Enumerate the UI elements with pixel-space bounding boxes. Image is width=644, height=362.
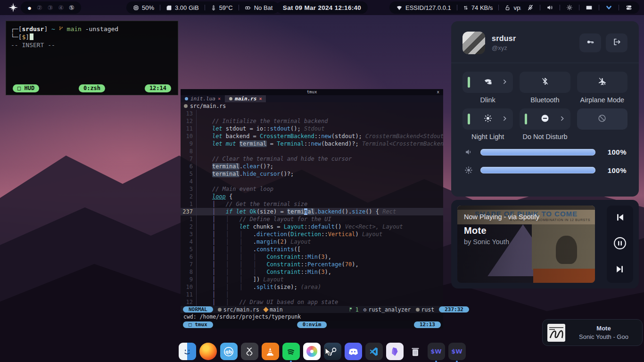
toggle-airplane-mode[interactable] (577, 72, 627, 93)
memory-stat[interactable]: 3.00 GiB (166, 4, 199, 11)
code-line[interactable]: 13 (181, 110, 443, 117)
tab-init.lua[interactable]: init.lua× (181, 95, 225, 102)
speaker-icon[interactable] (546, 4, 553, 11)
dock-item-discord[interactable] (345, 343, 362, 360)
tmux-window-pill[interactable]: 0:nvim (297, 321, 327, 328)
dock-item-vscode[interactable] (365, 343, 383, 360)
chevron-right-icon[interactable] (502, 115, 508, 123)
dock-item-firefox[interactable] (199, 343, 217, 360)
workspace-1[interactable]: ● (27, 4, 32, 12)
editor-window[interactable]: tmux x init.lua×main.rs× src/main.rs 131… (181, 89, 443, 329)
pause-button[interactable] (613, 236, 627, 252)
next-track-button[interactable] (615, 264, 625, 276)
line-number: 12 (181, 117, 197, 125)
mail-icon[interactable] (586, 4, 593, 11)
workspace-4[interactable]: ④ (58, 4, 64, 11)
code-area[interactable]: 1312 // Initialize the terminal backend1… (181, 110, 443, 306)
workspace-5[interactable]: ⑤ (69, 4, 74, 11)
code-line[interactable]: 7 │ │ │ │ Constraint::Percentage(70), (181, 261, 443, 268)
code-line[interactable]: 8 │ │ │ │ Constraint::Min(3), (181, 268, 443, 276)
code-line[interactable]: 10 │ │ │ .split(size); (area) (181, 283, 443, 291)
avatar[interactable] (462, 32, 485, 54)
code-line[interactable]: 5 terminal.hide_cursor()?; (181, 170, 443, 178)
dock-item-media-app[interactable] (241, 343, 258, 360)
line-number: 7 (181, 155, 197, 163)
dock-item-obsidian[interactable] (386, 343, 404, 360)
notification-popup[interactable]: Mote Sonic Youth - Goo (542, 319, 643, 346)
tmux-session-pill[interactable]: □ HUD (13, 84, 39, 92)
dock-item-spotify[interactable] (282, 343, 300, 360)
tmux-window-pill[interactable]: 0:zsh (79, 84, 105, 92)
toggle-extra[interactable] (577, 108, 627, 130)
tmux-session-pill[interactable]: □ tmux (183, 321, 213, 328)
tab-main.rs[interactable]: main.rs× (225, 95, 266, 102)
dock-item-vlc[interactable] (262, 343, 279, 360)
terminal-window[interactable]: ┌─[srdusr] ~ main -unstaged └─[$] -- INS… (6, 21, 178, 95)
code-line[interactable]: 9 │ │ │ ]) Layout (181, 276, 443, 283)
gear-icon[interactable] (566, 4, 573, 11)
workspace-3[interactable]: ③ (48, 4, 53, 11)
code-line[interactable]: 3 // Main event loop (181, 185, 443, 193)
toggle-night-light[interactable] (462, 108, 513, 130)
dock-item-trash[interactable] (407, 343, 424, 360)
previous-track-button[interactable] (615, 212, 625, 224)
streetwriters-1-icon: $W (428, 343, 445, 360)
code-line[interactable]: 8 (181, 148, 443, 155)
line-number: 5 (181, 246, 197, 253)
tab-close-icon[interactable]: × (218, 96, 221, 101)
tab-close-icon[interactable]: × (259, 96, 262, 101)
lock-open-icon (504, 5, 511, 11)
code-line[interactable]: 9 let mut terminal = Terminal::new(backe… (181, 140, 443, 148)
code-line[interactable]: 11 let stdout = io::stdout(); Stdout (181, 125, 443, 132)
chevron-right-icon[interactable] (559, 115, 565, 123)
window-close-button[interactable]: x (437, 89, 439, 95)
essid-value: ESSID/127.0.0.1 (405, 4, 451, 11)
toggle-do-not-disturb[interactable] (520, 108, 570, 130)
toggle-dlink[interactable] (462, 72, 513, 93)
window-titlebar[interactable]: tmux x (181, 89, 443, 95)
code-line[interactable]: 6 │ │ │ │ Constraint::Min(3), (181, 253, 443, 261)
code-line[interactable]: 3 │ │ │ .direction(Direction::Vertical) … (181, 230, 443, 238)
battery-stat[interactable]: No Bat (245, 4, 273, 11)
netspeed-stat[interactable]: 74 KB/s (463, 4, 493, 11)
code-line[interactable]: 2 loop { (181, 193, 443, 200)
chevron-down-icon[interactable] (605, 4, 612, 11)
layout-toggles-icon[interactable] (625, 4, 633, 11)
wifi-stat[interactable]: ESSID/127.0.0.1 (396, 4, 451, 11)
chevron-right-icon[interactable] (502, 78, 508, 87)
code-line[interactable]: 12 // Initialize the terminal backend (181, 117, 443, 125)
dock-item-photos[interactable] (303, 343, 321, 360)
line-number: 12 (181, 298, 197, 306)
wifi-lock-icon (483, 77, 493, 88)
code-line[interactable]: 6 terminal.clear()?; (181, 163, 443, 170)
code-line[interactable]: 2 │ │ let chunks = Layout::default() Vec… (181, 223, 443, 230)
code-line[interactable]: 4 │ │ │ .margin(2) Layout (181, 238, 443, 246)
code-line[interactable]: 4 (181, 178, 443, 185)
vi-mode-indicator: -- INSERT -- (11, 41, 173, 49)
code-line[interactable]: 7 // Clear the terminal and hide the cur… (181, 155, 443, 163)
code-line[interactable]: 1 │ // Get the terminal size (181, 200, 443, 208)
microphone-muted-icon[interactable] (527, 4, 534, 11)
cpu-stat[interactable]: 50% (133, 4, 154, 11)
dock-item-streetwriters-2[interactable]: $W (448, 343, 466, 360)
volume-slider[interactable] (480, 149, 595, 156)
window-title: tmux (307, 90, 317, 94)
dock-item-qbittorrent[interactable]: qb (220, 343, 238, 360)
clock[interactable]: Sat 09 Mar 2024 12:16:40 (276, 1, 368, 14)
logout-button[interactable] (606, 33, 627, 52)
brightness-slider[interactable] (480, 167, 595, 173)
code-line[interactable]: 11 │ │ (181, 291, 443, 298)
code-line[interactable]: 1 │ │ // Define layout for the UI (181, 215, 443, 223)
album-art[interactable]: SHAPE OF PUNK TO COME A CHIMERICAL BOMBI… (457, 206, 595, 283)
code-line[interactable]: 10 let backend = CrosstermBackend::new(s… (181, 132, 443, 140)
workspace-2[interactable]: ② (37, 4, 42, 11)
toggle-bluetooth[interactable] (520, 72, 570, 93)
dock-item-file-manager[interactable] (179, 343, 196, 360)
distro-logo-icon[interactable] (8, 2, 18, 14)
temperature-stat[interactable]: 59°C (211, 4, 233, 11)
code-line[interactable]: 237 │ if let Ok(size) = terminal.backend… (181, 208, 443, 215)
dock-item-streetwriters-1[interactable]: $W (428, 343, 445, 360)
code-line[interactable]: 12 │ │ // Draw UI based on app state (181, 298, 443, 306)
lock-keys-button[interactable] (579, 33, 601, 52)
code-line[interactable]: 5 │ │ │ .constraints([ (181, 246, 443, 253)
